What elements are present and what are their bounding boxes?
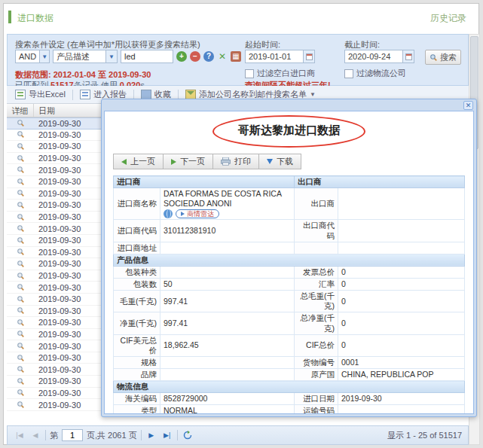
print-button[interactable]: 打印 bbox=[212, 154, 259, 169]
detail-table: 进口商 出口商 进口商名称 DATA FORMAS DE COSTA RICA … bbox=[113, 175, 465, 414]
detail-magnifier-icon[interactable] bbox=[17, 236, 25, 245]
start-date-label: 起始时间: bbox=[245, 39, 280, 50]
chevron-down-icon[interactable]: ▼ bbox=[105, 50, 117, 62]
detail-magnifier-icon[interactable] bbox=[17, 248, 25, 256]
detail-magnifier-icon[interactable] bbox=[17, 213, 25, 221]
detail-magnifier-icon[interactable] bbox=[17, 142, 25, 151]
prev-record-button[interactable]: 上一页 bbox=[113, 154, 164, 169]
row-detail-cell bbox=[7, 248, 34, 256]
start-date-field[interactable]: 2019-01-01 bbox=[245, 50, 315, 63]
detail-magnifier-icon[interactable] bbox=[17, 389, 25, 397]
chevron-down-icon: ▼ bbox=[310, 91, 316, 98]
detail-magnifier-icon[interactable] bbox=[17, 130, 25, 139]
remove-condition-icon[interactable]: − bbox=[190, 51, 200, 62]
field-label-left: 品牌 bbox=[114, 369, 160, 381]
operator-select[interactable]: AND ▼ bbox=[15, 50, 50, 63]
detail-modal: ✕ 哥斯达黎加进口数据 上一页 下一页 打印 bbox=[101, 99, 477, 417]
business-radar-badge[interactable]: 商情雷达 bbox=[176, 209, 219, 218]
excel-icon bbox=[15, 90, 26, 99]
condition-icons: + − ? ✕ ▦ bbox=[176, 51, 241, 62]
export-excel-button[interactable]: 导出Excel bbox=[13, 87, 68, 102]
prev-record-label: 上一页 bbox=[130, 156, 155, 167]
row-detail-cell bbox=[7, 330, 34, 338]
field-value-right: 0 bbox=[338, 334, 465, 356]
detail-magnifier-icon[interactable] bbox=[17, 318, 25, 327]
detail-magnifier-icon[interactable] bbox=[17, 330, 25, 338]
importer-name-value[interactable]: DATA FORMAS DE COSTA RICA SOCIEDAD ANONI bbox=[164, 189, 291, 209]
page-number-input[interactable] bbox=[62, 429, 83, 441]
print-label: 打印 bbox=[234, 156, 251, 167]
field-label-right: 运输号码 bbox=[295, 405, 338, 414]
row-date-cell: 2019-09-30 bbox=[34, 142, 103, 151]
row-detail-cell bbox=[7, 342, 34, 350]
detail-magnifier-icon[interactable] bbox=[17, 224, 25, 233]
detail-magnifier-icon[interactable] bbox=[17, 201, 25, 209]
detail-magnifier-icon[interactable] bbox=[17, 189, 25, 197]
report-icon bbox=[80, 90, 90, 99]
detail-magnifier-icon[interactable] bbox=[17, 306, 25, 315]
clear-conditions-icon[interactable]: ✕ bbox=[217, 51, 228, 62]
refresh-icon[interactable] bbox=[182, 429, 194, 441]
page-title: 进口数据 bbox=[17, 12, 53, 25]
row-detail-cell bbox=[7, 236, 34, 245]
last-page-icon[interactable]: ▶| bbox=[161, 429, 173, 441]
detail-magnifier-icon[interactable] bbox=[17, 365, 25, 373]
detail-magnifier-icon[interactable] bbox=[17, 283, 25, 291]
exporter-name-label: 出口商 bbox=[295, 188, 338, 220]
detail-magnifier-icon[interactable] bbox=[17, 295, 25, 303]
help-icon[interactable]: ? bbox=[203, 51, 214, 62]
close-icon[interactable]: ✕ bbox=[463, 101, 473, 110]
toolbar-separator bbox=[72, 90, 73, 100]
detail-magnifier-icon[interactable] bbox=[17, 260, 25, 268]
chevron-down-icon[interactable]: ▼ bbox=[39, 50, 49, 62]
column-header-detail[interactable]: 详细 bbox=[7, 104, 34, 117]
prev-page-icon[interactable]: ◀ bbox=[29, 429, 41, 441]
row-detail-cell bbox=[7, 389, 34, 397]
section-header-row: 进口商 出口商 bbox=[114, 176, 465, 188]
row-date-cell: 2019-09-30 bbox=[34, 306, 103, 315]
search-button[interactable]: 搜索 bbox=[425, 50, 461, 65]
end-date-field[interactable]: 2020-09-24 bbox=[344, 50, 414, 63]
calendar-icon[interactable] bbox=[402, 50, 414, 62]
row-detail-cell bbox=[7, 154, 34, 163]
filter-logistics-checkbox[interactable] bbox=[344, 69, 353, 78]
detail-magnifier-icon[interactable] bbox=[17, 354, 25, 362]
start-date-value: 2019-01-01 bbox=[246, 52, 303, 61]
column-header-date[interactable]: 日期 bbox=[34, 104, 103, 117]
field-select[interactable]: 产品描述 ▼ bbox=[53, 50, 118, 63]
detail-magnifier-icon[interactable] bbox=[17, 154, 25, 163]
detail-magnifier-icon[interactable] bbox=[17, 166, 25, 174]
save-search-icon[interactable]: ▦ bbox=[231, 51, 241, 62]
detail-magnifier-icon[interactable] bbox=[17, 342, 25, 350]
importer-address-value bbox=[160, 242, 295, 254]
field-value-left: 997.41 bbox=[160, 312, 295, 334]
history-link[interactable]: 历史记录 bbox=[430, 12, 466, 25]
next-page-icon[interactable]: ▶ bbox=[145, 429, 157, 441]
keyword-input[interactable] bbox=[121, 50, 173, 63]
end-date-label: 截止时间: bbox=[344, 39, 380, 50]
detail-magnifier-icon[interactable] bbox=[17, 272, 25, 280]
detail-magnifier-icon[interactable] bbox=[17, 178, 25, 186]
page-header: 进口数据 历史记录 bbox=[4, 4, 478, 31]
add-condition-icon[interactable]: + bbox=[176, 51, 187, 62]
filter-blank-importer-checkbox[interactable] bbox=[245, 69, 254, 78]
field-row: 品牌 原产国 CHINA, REPUBLICA POP bbox=[114, 369, 465, 381]
detail-magnifier-icon[interactable] bbox=[17, 401, 25, 409]
detail-magnifier-icon[interactable] bbox=[17, 119, 25, 127]
export-excel-label: 导出Excel bbox=[29, 89, 66, 100]
arrow-left-icon bbox=[121, 159, 127, 165]
first-page-icon[interactable]: |◀ bbox=[14, 429, 26, 441]
row-detail-cell bbox=[7, 272, 34, 280]
globe-icon[interactable] bbox=[164, 209, 173, 218]
field-label-left: 海关编码 bbox=[114, 393, 160, 405]
field-value-right: CHINA, REPUBLICA POP bbox=[338, 369, 465, 381]
next-record-button[interactable]: 下一页 bbox=[163, 154, 213, 169]
calendar-icon[interactable] bbox=[303, 50, 314, 62]
field-label-right: 发票总价 bbox=[295, 266, 338, 278]
detail-magnifier-icon[interactable] bbox=[17, 377, 25, 386]
importer-address-label: 进口商地址 bbox=[114, 242, 160, 254]
search-panel: 搜索条件设定 (在单词中加*用以获得更多搜索结果) AND ▼ 产品描述 ▼ +… bbox=[7, 34, 469, 86]
download-button[interactable]: 下载 bbox=[258, 154, 301, 169]
row-date-cell: 2019-09-30 bbox=[34, 294, 103, 303]
row-date-cell: 2019-09-30 bbox=[34, 365, 103, 374]
